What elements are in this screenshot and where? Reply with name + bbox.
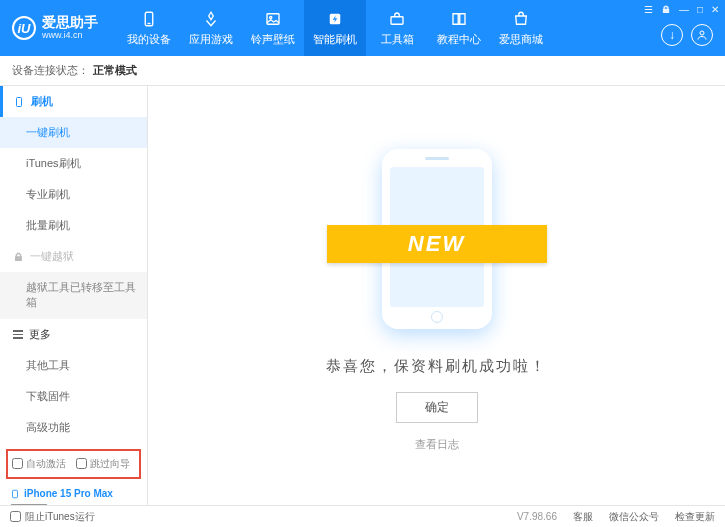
- user-icons: ↓: [661, 24, 713, 46]
- svg-point-6: [700, 31, 704, 35]
- sidebar-section-jailbreak[interactable]: 🔒︎ 一键越狱: [0, 241, 147, 272]
- status-label: 设备连接状态：: [12, 63, 89, 78]
- view-log-link[interactable]: 查看日志: [415, 437, 459, 452]
- device-icon: [10, 487, 20, 501]
- maximize-icon[interactable]: □: [697, 4, 703, 15]
- ok-button[interactable]: 确定: [396, 392, 478, 423]
- svg-rect-2: [267, 14, 279, 25]
- success-illustration: NEW: [347, 139, 527, 339]
- nav-ringtones[interactable]: 铃声壁纸: [242, 0, 304, 56]
- support-link[interactable]: 客服: [573, 510, 593, 524]
- nav-toolbox[interactable]: 工具箱: [366, 0, 428, 56]
- skip-setup-checkbox[interactable]: 跳过向导: [76, 457, 130, 471]
- sidebar-section-more[interactable]: 更多: [0, 319, 147, 350]
- tutorial-icon: [449, 9, 469, 29]
- wechat-link[interactable]: 微信公众号: [609, 510, 659, 524]
- sidebar-item-itunes[interactable]: iTunes刷机: [0, 148, 147, 179]
- lock-small-icon: 🔒︎: [13, 251, 24, 263]
- app-title: 爱思助手: [42, 15, 98, 30]
- success-message: 恭喜您，保资料刷机成功啦！: [326, 357, 547, 376]
- status-value: 正常模式: [93, 63, 137, 78]
- new-ribbon: NEW: [327, 225, 547, 263]
- download-icon[interactable]: ↓: [661, 24, 683, 46]
- nav-my-device[interactable]: 我的设备: [118, 0, 180, 56]
- hamburger-icon: [13, 330, 23, 339]
- device-info[interactable]: iPhone 15 Pro Max 512GB iPhone: [0, 481, 147, 505]
- checkbox-highlight-area: 自动激活 跳过向导: [6, 449, 141, 479]
- svg-rect-8: [13, 490, 18, 498]
- version-label: V7.98.66: [517, 511, 557, 522]
- app-header: iU 爱思助手 www.i4.cn 我的设备 应用游戏 铃声壁纸 智能刷机 工具…: [0, 0, 725, 56]
- sidebar-item-advanced[interactable]: 高级功能: [0, 412, 147, 443]
- phone-icon: [139, 9, 159, 29]
- nav-tutorials[interactable]: 教程中心: [428, 0, 490, 56]
- block-itunes-checkbox[interactable]: 阻止iTunes运行: [10, 510, 95, 524]
- window-controls: ☰ 🔒︎ — □ ✕: [644, 4, 719, 15]
- status-bar: 设备连接状态： 正常模式: [0, 56, 725, 86]
- logo-icon: iU: [12, 16, 36, 40]
- svg-rect-7: [17, 97, 22, 106]
- check-update-link[interactable]: 检查更新: [675, 510, 715, 524]
- minimize-icon[interactable]: —: [679, 4, 689, 15]
- footer: 阻止iTunes运行 V7.98.66 客服 微信公众号 检查更新: [0, 505, 725, 527]
- apps-icon: [201, 9, 221, 29]
- lock-icon[interactable]: 🔒︎: [661, 4, 671, 15]
- user-icon[interactable]: [691, 24, 713, 46]
- nav-apps-games[interactable]: 应用游戏: [180, 0, 242, 56]
- sidebar-section-flash[interactable]: 刷机: [0, 86, 147, 117]
- auto-activate-checkbox[interactable]: 自动激活: [12, 457, 66, 471]
- svg-point-3: [270, 16, 272, 18]
- flash-icon: [325, 9, 345, 29]
- sidebar-item-onekey[interactable]: 一键刷机: [0, 117, 147, 148]
- device-name: iPhone 15 Pro Max: [10, 487, 137, 501]
- sidebar: 刷机 一键刷机 iTunes刷机 专业刷机 批量刷机 🔒︎ 一键越狱 越狱工具已…: [0, 86, 148, 505]
- sidebar-item-pro[interactable]: 专业刷机: [0, 179, 147, 210]
- close-icon[interactable]: ✕: [711, 4, 719, 15]
- sidebar-item-jailbreak-note[interactable]: 越狱工具已转移至工具箱: [0, 272, 147, 319]
- app-url: www.i4.cn: [42, 31, 98, 41]
- sidebar-item-batch[interactable]: 批量刷机: [0, 210, 147, 241]
- menu-icon[interactable]: ☰: [644, 4, 653, 15]
- store-icon: [511, 9, 531, 29]
- image-icon: [263, 9, 283, 29]
- main-nav: 我的设备 应用游戏 铃声壁纸 智能刷机 工具箱 教程中心 爱思商城: [118, 0, 552, 56]
- storage-badge: 512GB: [10, 504, 48, 505]
- nav-smart-flash[interactable]: 智能刷机: [304, 0, 366, 56]
- toolbox-icon: [387, 9, 407, 29]
- logo-area[interactable]: iU 爱思助手 www.i4.cn: [0, 15, 110, 40]
- sidebar-item-download-fw[interactable]: 下载固件: [0, 381, 147, 412]
- svg-rect-5: [391, 17, 403, 25]
- sidebar-item-other-tools[interactable]: 其他工具: [0, 350, 147, 381]
- main-content: NEW 恭喜您，保资料刷机成功啦！ 确定 查看日志: [148, 86, 725, 505]
- nav-store[interactable]: 爱思商城: [490, 0, 552, 56]
- phone-small-icon: [13, 96, 25, 108]
